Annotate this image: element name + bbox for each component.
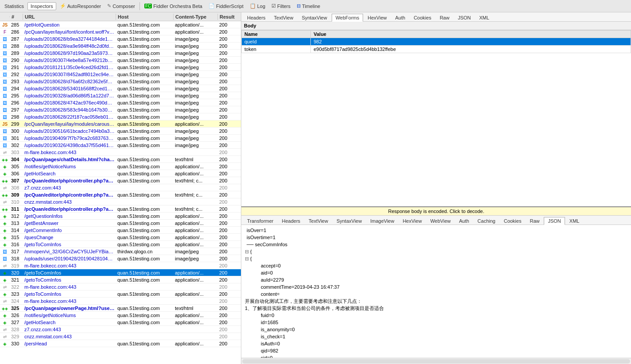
webforms-table[interactable]: Name Value queId 982 token e90d5bf8717ad… — [241, 30, 631, 206]
filters-btn[interactable]: ☑ Filters — [269, 2, 293, 10]
list-item[interactable]: 🖼 301 /uploads/20190409/7f7b79ca2c683763… — [0, 135, 241, 142]
inspector-sub-tab-raw[interactable]: Raw — [436, 13, 453, 21]
json-expand-icon[interactable]: ⊟ — [245, 256, 249, 261]
encode-bar[interactable]: Response body is encoded. Click to decod… — [241, 207, 631, 216]
list-item[interactable]: ◈◈ 307 /pcQuan/editor/php/controller.php… — [0, 177, 241, 184]
list-item[interactable]: 🖼 317 /mmopen/vi_32/G6CrZwCY5UJeFYBiaqmE… — [0, 248, 241, 255]
response-sub-tab-raw[interactable]: Raw — [526, 217, 543, 225]
json-tree[interactable]: isOver=1isOvertime=1── secCommInfos⊟ {⊟ … — [241, 225, 631, 358]
list-item[interactable]: ⇌ 308 z7.cnzz.com:443 200 — [0, 184, 241, 191]
row-url: /pcQuan/editor/php/controller.php?action… — [23, 192, 116, 197]
list-item[interactable]: ◈◈ 311 /pcQuan/editor/php/controller.php… — [0, 205, 241, 213]
inspector-sub-tab-auth[interactable]: Auth — [391, 13, 410, 21]
list-item[interactable]: 🖼 293 /uploads/20180628/d76a6f2c82362e5f… — [0, 78, 241, 85]
log-btn[interactable]: 📋 Log — [247, 2, 268, 10]
webforms-row[interactable]: token e90d5bf8717ad9825cb5d4bb132ffebe — [242, 46, 631, 53]
list-item[interactable]: ⇌ 328 z7.cnzz.com:443 200 — [0, 326, 241, 333]
list-item[interactable]: ◈◈ 309 /pcQuan/editor/php/controller.php… — [0, 191, 241, 198]
row-url: /getBestAnswer — [23, 221, 116, 226]
list-item[interactable]: 🖼 318 /uploads/user/20190428/20190428104… — [0, 255, 241, 262]
response-sub-tab-auth[interactable]: Auth — [455, 217, 473, 225]
list-item[interactable]: 🖼 287 /uploads/20180628/b9ea32744184de17… — [0, 35, 241, 43]
list-item[interactable]: 🖼 292 /uploads/20190307/8452adf8012ec94e… — [0, 71, 241, 78]
inspector-sub-tab-json[interactable]: JSON — [454, 13, 475, 21]
list-item[interactable]: ◈ 313 /getBestAnswer quan.51testing.com … — [0, 220, 241, 227]
scrollbar-track[interactable] — [242, 359, 630, 364]
bottom-scrollbar[interactable] — [241, 358, 631, 364]
fiddler-orchestra-btn[interactable]: FC Fiddler Orchestra Beta — [142, 3, 205, 10]
response-sub-tab-webview[interactable]: WebView — [426, 217, 455, 225]
list-item[interactable]: 🖼 298 /uploads/20180628/22f187cac058eb01… — [0, 113, 241, 120]
timeline-btn[interactable]: ⊟ Timeline — [294, 2, 323, 10]
list-item[interactable]: ⇌ 303 m-flare.bokecc.com:443 200 — [0, 149, 241, 156]
list-item[interactable]: 🖼 297 /uploads/20180628/583c944b1647b309… — [0, 106, 241, 113]
response-sub-tab-transformer[interactable]: Transformer — [243, 217, 278, 225]
list-item[interactable]: ⇌ 322 m-flare.bokecc.com:443 200 — [0, 283, 241, 290]
row-result: 200 — [218, 213, 241, 219]
response-sub-tab-textview[interactable]: TextView — [305, 217, 332, 225]
inspector-sub-tab-headers[interactable]: Headers — [243, 13, 270, 21]
list-item[interactable]: ◈ 330 /persHead quan.51testing.com appli… — [0, 340, 241, 347]
row-icon: ◈ — [0, 313, 10, 318]
row-host: quan.51testing.com — [116, 221, 174, 226]
list-item[interactable]: ⇌ 329 cnzz.mmstat.com:443 200 — [0, 333, 241, 340]
inspector-sub-tab-cookies[interactable]: Cookies — [410, 13, 435, 21]
value-column-header: Value — [311, 31, 631, 38]
response-sub-tab-syntaxview[interactable]: SyntaxView — [333, 217, 366, 225]
json-line: is_check=1 — [245, 333, 627, 340]
list-item[interactable]: ◈ 327 /getHotSearch quan.51testing.com a… — [0, 319, 241, 326]
list-item[interactable]: 🖼 288 /uploads/20180628/ea9e984ff48c2d0f… — [0, 43, 241, 50]
row-url: /uploads/20181211/35c0e4ced26d2fd1ac097.… — [23, 65, 116, 70]
list-item[interactable]: 🖼 290 /uploads/20190307/4ebe8a57e49212b8… — [0, 57, 241, 64]
row-url: /quesChange — [23, 235, 116, 240]
response-sub-tab-hexview[interactable]: HexView — [399, 217, 426, 225]
list-item[interactable]: 🖼 291 /uploads/20181211/35c0e4ced26d2fd1… — [0, 64, 241, 71]
list-item[interactable]: ◈◈ 304 /pcQuan/pages/chatDetails.html?ch… — [0, 156, 241, 163]
list-item[interactable]: ◈ 321 /getoToComInfos quan.51testing.com… — [0, 276, 241, 283]
inspector-sub-tab-textview[interactable]: TextView — [270, 13, 298, 21]
fiddler-script-btn[interactable]: 📄 FiddlerScript — [206, 2, 246, 10]
row-icon: 🖼 — [0, 43, 10, 49]
inspectors-tab-btn[interactable]: Inspectors — [27, 2, 56, 10]
inspector-sub-tab-xml[interactable]: XML — [475, 13, 493, 21]
composer-tab-btn[interactable]: ✎ Composer — [105, 2, 138, 10]
list-item[interactable]: ⇌ 319 m-flare.bokecc.com:443 200 — [0, 262, 241, 269]
inspector-sub-tab-syntaxview[interactable]: SyntaxView — [298, 13, 331, 21]
list-item[interactable]: ◈ 314 /getCommentInfo quan.51testing.com… — [0, 227, 241, 234]
list-item[interactable]: ◈ 315 /quesChange quan.51testing.com app… — [0, 234, 241, 241]
list-item[interactable]: F 286 /pcQuan/layer/layui/font/iconfont.… — [0, 28, 241, 35]
response-sub-tab-imageview[interactable]: ImageView — [366, 217, 398, 225]
statistics-tab-btn[interactable]: Statistics — [2, 3, 27, 10]
inspector-sub-tab-hexview[interactable]: HexView — [364, 13, 391, 21]
row-icon: 🖼 — [0, 114, 10, 120]
list-item[interactable]: JS 285 /getHotQuestion quan.51testing.co… — [0, 21, 241, 28]
list-item[interactable]: 🖼 302 /uploads/20190326/4398cda37f55d461… — [0, 142, 241, 149]
list-item[interactable]: 🖼 295 /uploads/20190328/ad06d86f51a122d7… — [0, 92, 241, 99]
json-expand-icon[interactable]: ⊟ — [245, 249, 249, 254]
webforms-row[interactable]: queId 982 — [242, 38, 631, 46]
json-line: qid=982 — [245, 347, 627, 354]
list-item[interactable]: 🖼 289 /uploads/20180628/97d190aa23a5973d… — [0, 50, 241, 57]
response-sub-tab-caching[interactable]: Caching — [473, 217, 499, 225]
list-item[interactable]: 🖼 296 /uploads/20180628/4742ac976ec490d5… — [0, 99, 241, 106]
response-sub-tab-headers[interactable]: Headers — [278, 217, 305, 225]
response-sub-tab-xml[interactable]: XML — [565, 217, 584, 225]
list-item[interactable]: ◈◈ 325 /pcQuan/pages/ownerPage.html?user… — [0, 305, 241, 312]
autoresponder-tab-btn[interactable]: ⚡ AutoResponder — [57, 2, 104, 10]
list-item[interactable]: 🖼 300 /uploads/20190516/61bcadcc7494b0a3… — [0, 128, 241, 135]
list-item[interactable]: 🖼 294 /uploads/20180628/53401b568ff2ced1… — [0, 85, 241, 92]
list-item[interactable]: ◈ 316 /getoToComInfos quan.51testing.com… — [0, 241, 241, 248]
list-item[interactable]: ◈ 323 /getoToComInfos quan.51testing.com… — [0, 290, 241, 298]
list-item[interactable]: ◈ 305 /notifies/getNoticeNums quan.51tes… — [0, 163, 241, 170]
response-sub-tab-json[interactable]: JSON — [544, 217, 565, 225]
response-sub-tab-cookies[interactable]: Cookies — [500, 217, 526, 225]
list-item[interactable]: JS 299 /pcQuan/layer/layui/lay/modules/c… — [0, 120, 241, 128]
list-item[interactable]: ⇌ 324 m-flare.bokecc.com:443 200 — [0, 298, 241, 305]
list-item[interactable]: ◈ 306 /getHotSearch quan.51testing.com a… — [0, 170, 241, 177]
inspector-sub-tab-webforms[interactable]: WebForms — [332, 14, 364, 22]
list-item[interactable]: ◈ 312 /getQuestionInfos quan.51testing.c… — [0, 213, 241, 220]
list-item[interactable]: ◈ 326 /notifies/getNoticeNums quan.51tes… — [0, 312, 241, 319]
list-item[interactable]: ◈ 320 /getoToComInfos quan.51testing.com… — [0, 269, 241, 276]
request-list-body[interactable]: JS 285 /getHotQuestion quan.51testing.co… — [0, 21, 241, 364]
list-item[interactable]: ⇌ 310 cnzz.mmstat.com:443 200 — [0, 198, 241, 205]
